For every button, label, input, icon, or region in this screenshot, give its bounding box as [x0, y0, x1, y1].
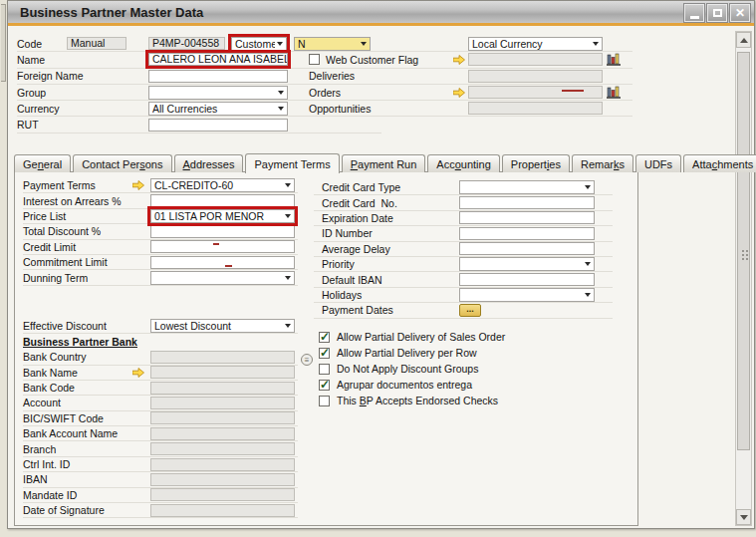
mandate-id-field[interactable] [150, 488, 295, 501]
scroll-down-button[interactable] [736, 509, 751, 525]
credit-card-type-select[interactable] [459, 180, 595, 194]
id-number-field[interactable] [459, 227, 595, 240]
tab-udfs[interactable]: UDFs [635, 154, 681, 172]
minimize-button[interactable] [684, 4, 704, 22]
bp-accepts-endorsed-checks-checkbox[interactable] [319, 396, 330, 406]
chevron-down-icon [585, 293, 591, 297]
account-balance-field[interactable] [468, 53, 603, 66]
commitment-limit-field[interactable] [150, 256, 295, 269]
tab-contact-persons[interactable]: Contact Persons [73, 154, 171, 172]
ctrl-int-id-field[interactable] [150, 458, 295, 471]
code-label: Code [17, 38, 67, 50]
allow-partial-delivery-per-row-checkbox[interactable] [319, 348, 330, 359]
bp-type-select[interactable]: Customer [231, 37, 287, 51]
credit-card-type-row: Credit Card Type [314, 180, 613, 195]
choose-from-list-icon[interactable]: ≡ [301, 354, 313, 366]
bank-country-field[interactable] [150, 351, 295, 364]
branch-field[interactable] [150, 442, 295, 455]
tab-payment-terms[interactable]: Payment Terms [245, 153, 339, 173]
web-customer-flag-label: Web Customer Flag [326, 54, 418, 66]
tab-properties[interactable]: Properties [502, 154, 570, 172]
total-discount-field[interactable] [150, 225, 295, 238]
credit-limit-field[interactable] [150, 240, 295, 253]
scrollbar-thumb[interactable] [737, 52, 750, 450]
tab-payment-run[interactable]: Payment Run [342, 154, 426, 172]
average-delay-label: Average Delay [322, 243, 459, 255]
tab-addresses[interactable]: Addresses [174, 154, 244, 172]
do-not-apply-discount-groups-checkbox[interactable] [319, 364, 330, 375]
tab-remarks[interactable]: Remarks [572, 154, 633, 172]
agrupar-documentos-entrega-checkbox[interactable] [319, 380, 330, 391]
dunning-term-row: Dunning Term [23, 270, 298, 285]
vertical-scrollbar[interactable] [735, 31, 752, 526]
close-button[interactable]: ✕ [730, 4, 750, 22]
web-customer-flag-checkbox[interactable] [309, 54, 320, 65]
default-iban-field[interactable] [459, 273, 595, 286]
window-client-area: Code Manual P4MP-004558 Customer N Name … [8, 29, 754, 528]
priority-select[interactable] [459, 257, 595, 271]
iban-field[interactable] [150, 473, 295, 486]
bank-name-field[interactable] [150, 366, 295, 379]
price-list-select[interactable]: 01 LISTA POR MENOR [150, 209, 295, 223]
bank-account-name-field[interactable] [150, 427, 295, 440]
tab-accounting[interactable]: Accounting [427, 154, 499, 172]
window-titlebar[interactable]: Business Partner Master Data ✕ [8, 1, 754, 26]
credit-limit-label: Credit Limit [23, 241, 132, 253]
interest-field[interactable] [150, 194, 295, 207]
average-delay-field[interactable] [459, 242, 595, 255]
branch-label: Branch [23, 443, 132, 455]
checkbox-row: Do Not Apply Discount Groups [319, 361, 628, 377]
priority-row: Priority [314, 257, 613, 272]
payment-terms-select[interactable]: CL-CREDITO-60 [150, 178, 295, 192]
bar-chart-icon[interactable] [607, 53, 621, 66]
effective-discount-select[interactable]: Lowest Discount [150, 319, 295, 333]
scroll-up-button[interactable] [736, 32, 751, 48]
default-iban-row: Default IBAN [314, 272, 613, 287]
dunning-term-select[interactable] [150, 271, 295, 285]
expiration-date-field[interactable] [459, 211, 595, 224]
credit-card-no-field[interactable] [459, 196, 595, 209]
chevron-down-icon [277, 42, 283, 46]
orders-label: Orders [309, 87, 341, 99]
link-arrow-icon[interactable] [453, 55, 465, 65]
group-select[interactable] [148, 86, 288, 100]
payment-dates-button[interactable]: ... [459, 304, 481, 317]
bic-swift-field[interactable] [150, 411, 295, 424]
opportunities-label: Opportunities [309, 103, 371, 115]
foreign-name-field[interactable] [148, 70, 288, 83]
payment-terms-panel: Payment Terms CL-CREDITO-60 Interest on … [14, 171, 638, 526]
bar-chart-icon[interactable] [607, 86, 621, 99]
rut-field[interactable] [148, 119, 288, 132]
link-arrow-icon[interactable] [453, 88, 465, 98]
link-arrow-icon[interactable] [132, 180, 144, 190]
orders-field[interactable] [468, 86, 603, 99]
tab-strip: General Contact Persons Addresses Paymen… [14, 152, 756, 172]
window-controls: ✕ [684, 4, 750, 22]
checkbox-row: Allow Partial Delivery of Sales Order [319, 329, 628, 345]
bank-code-field[interactable] [150, 382, 295, 395]
allow-partial-delivery-sales-order-checkbox[interactable] [319, 332, 330, 343]
display-currency-select[interactable]: Local Currency [468, 37, 603, 51]
link-arrow-icon[interactable] [132, 368, 144, 378]
holidays-label: Holidays [322, 289, 459, 301]
chevron-down-icon [585, 185, 591, 189]
currency-select[interactable]: All Currencies [148, 102, 288, 116]
code-number-field[interactable]: P4MP-004558 [148, 37, 225, 50]
holidays-select[interactable] [459, 288, 595, 302]
opportunities-field[interactable] [468, 102, 603, 115]
checkbox-row: Agrupar documentos entrega [319, 377, 628, 393]
deliveries-field[interactable] [468, 70, 603, 83]
chevron-down-icon [285, 183, 291, 187]
tab-attachments[interactable]: Attachments [683, 154, 756, 172]
payment-terms-label: Payment Terms [23, 179, 132, 191]
average-delay-row: Average Delay [314, 242, 613, 257]
checkbox-row: This BP Accepts Endorsed Checks [319, 393, 628, 408]
minimize-icon [690, 16, 699, 19]
account-field[interactable] [150, 397, 295, 409]
tab-general[interactable]: General [14, 154, 71, 172]
maximize-button[interactable] [707, 4, 727, 22]
code-series-field[interactable]: Manual [67, 37, 126, 50]
name-field[interactable]: CALERO LEON ANA ISABEL [148, 53, 288, 66]
bic-swift-label: BIC/SWIFT Code [23, 412, 132, 424]
date-of-signature-field[interactable] [150, 504, 295, 517]
